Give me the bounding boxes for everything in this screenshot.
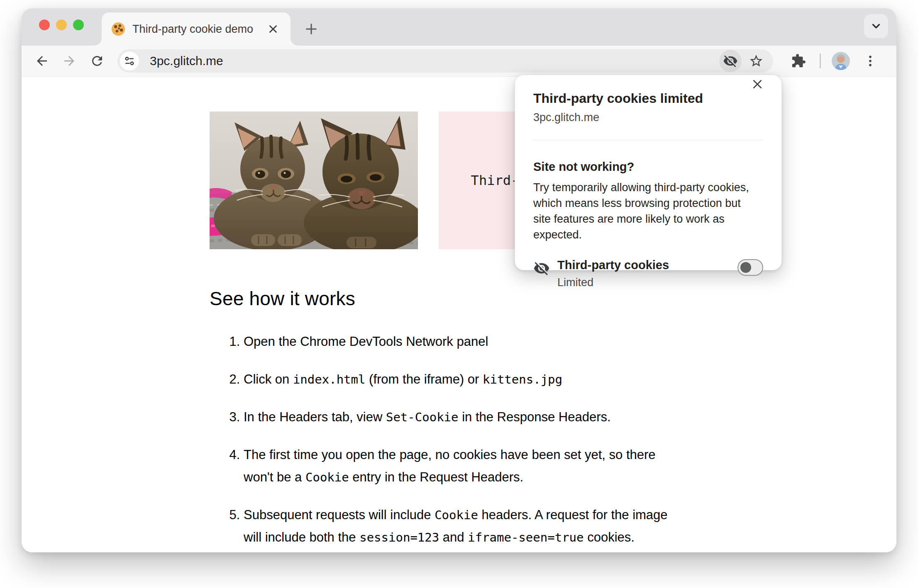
inline-code: kittens.jpg <box>483 372 562 386</box>
third-party-cookies-button[interactable] <box>719 50 742 72</box>
cookie-setting-state: Limited <box>557 276 737 289</box>
step-text: Open the Chrome DevTools Network panel <box>244 334 488 349</box>
popup-title: Third-party cookies limited <box>533 91 763 106</box>
step-text: Subsequent requests will include <box>244 508 435 522</box>
third-party-cookies-toggle[interactable] <box>737 259 763 276</box>
page-heading: See how it works <box>210 287 741 310</box>
popup-site: 3pc.glitch.me <box>533 111 763 124</box>
back-icon <box>34 53 49 68</box>
eye-off-icon <box>533 258 557 277</box>
tab-close-button[interactable] <box>266 22 281 36</box>
popup-section-title: Site not working? <box>533 160 763 174</box>
list-item: The first time you open the page, no coo… <box>244 444 668 488</box>
inline-code: Set-Cookie <box>386 410 459 424</box>
cookie-favicon-icon <box>112 22 125 36</box>
window-controls <box>39 19 84 30</box>
popup-close-button[interactable] <box>747 74 767 94</box>
new-tab-button[interactable] <box>302 20 320 38</box>
popup-header: Third-party cookies limited 3pc.glitch.m… <box>533 75 763 140</box>
eye-off-icon <box>723 53 738 68</box>
list-item: Click on index.html (from the iframe) or… <box>244 368 668 391</box>
forward-icon <box>62 53 77 68</box>
site-settings-button[interactable] <box>120 51 139 70</box>
zoom-window-button[interactable] <box>73 19 84 30</box>
close-icon <box>268 24 278 34</box>
browser-window: Third-party cookie demo <box>22 8 896 552</box>
reload-icon <box>90 53 105 68</box>
cookie-setting-row: Third-party cookies Limited <box>533 258 763 289</box>
forward-button[interactable] <box>60 50 79 72</box>
tab-title: Third-party cookie demo <box>132 23 266 36</box>
profile-avatar[interactable] <box>832 52 850 70</box>
minimize-window-button[interactable] <box>56 19 67 30</box>
step-text: In the Headers tab, view <box>244 410 386 424</box>
toggle-knob <box>740 262 751 273</box>
plus-icon <box>304 22 318 36</box>
third-party-cookies-popup: Third-party cookies limited 3pc.glitch.m… <box>515 75 782 270</box>
step-text: (from the iframe) or <box>365 372 483 386</box>
reload-button[interactable] <box>88 50 107 72</box>
extensions-icon <box>791 53 806 69</box>
avatar-photo <box>832 52 850 70</box>
address-bar[interactable]: 3pc.glitch.me <box>117 49 773 73</box>
list-item: Open the Chrome DevTools Network panel <box>244 330 668 353</box>
tab-strip: Third-party cookie demo <box>22 8 896 46</box>
popup-section: Site not working? Try temporarily allowi… <box>533 140 763 289</box>
cookie-setting-text: Third-party cookies Limited <box>557 258 737 289</box>
inline-code: iframe-seen=true <box>468 530 584 544</box>
chevron-down-icon <box>870 20 882 32</box>
bookmark-star-icon <box>749 53 764 68</box>
step-text: in the Response Headers. <box>459 410 611 424</box>
kittens-photo <box>210 112 418 249</box>
close-icon <box>751 78 764 90</box>
active-tab[interactable]: Third-party cookie demo <box>102 12 291 46</box>
close-window-button[interactable] <box>39 19 50 30</box>
inline-code: Cookie <box>435 508 478 522</box>
step-text: and <box>439 530 468 544</box>
menu-kebab-icon <box>863 54 877 68</box>
toolbar-separator <box>820 53 821 68</box>
extensions-button[interactable] <box>787 50 810 72</box>
cookie-setting-label: Third-party cookies <box>557 258 737 272</box>
inline-code: Cookie <box>305 470 349 484</box>
bookmark-button[interactable] <box>745 50 767 72</box>
step-text: entry in the Request Headers. <box>349 470 523 484</box>
list-item: In the Headers tab, view Set-Cookie in t… <box>244 406 668 428</box>
toolbar: 3pc.glitch.me <box>22 46 896 77</box>
site-settings-icon <box>123 55 136 67</box>
popup-body-text: Try temporarily allowing third-party coo… <box>533 180 759 243</box>
step-text: Click on <box>244 372 293 386</box>
inline-code: index.html <box>293 372 366 386</box>
how-it-works-list: Open the Chrome DevTools Network panelCl… <box>210 330 668 552</box>
back-button[interactable] <box>32 50 51 72</box>
tab-search-button[interactable] <box>864 14 888 38</box>
inline-code: session=123 <box>359 530 439 544</box>
menu-button[interactable] <box>859 50 881 72</box>
toolbar-right <box>783 50 886 72</box>
url-text[interactable]: 3pc.glitch.me <box>150 54 716 68</box>
list-item: Subsequent requests will include Cookie … <box>244 504 668 552</box>
